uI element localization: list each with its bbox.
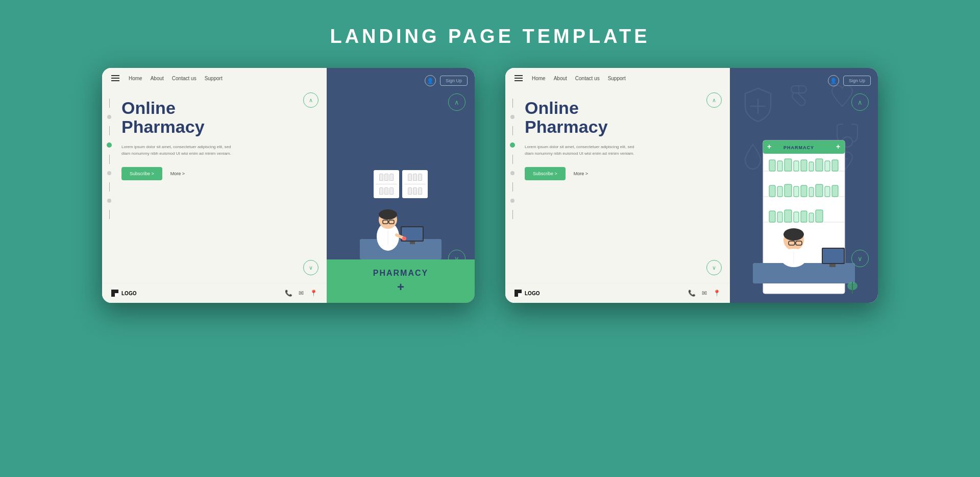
page-title: LANDING PAGE TEMPLATE: [330, 26, 650, 47]
dot-active: [510, 142, 515, 148]
svg-rect-33: [809, 162, 814, 171]
card2-hero-title: Online Pharmacy: [525, 99, 720, 137]
user-icon[interactable]: 👤: [425, 75, 436, 86]
svg-rect-32: [801, 160, 807, 171]
svg-rect-34: [816, 159, 823, 171]
card1-more-button[interactable]: More >: [170, 171, 185, 176]
email-icon-2: ✉: [702, 290, 707, 297]
svg-point-60: [783, 228, 804, 241]
card1-scroll-up-left[interactable]: ∧: [303, 92, 318, 108]
card1-hero-description: Lorem ipsum dolor sit amet, consectetuer…: [121, 144, 234, 157]
dot-1: [510, 115, 514, 119]
svg-rect-45: [825, 186, 830, 197]
svg-text:+: +: [767, 142, 771, 151]
svg-point-13: [402, 236, 406, 241]
svg-rect-53: [809, 213, 814, 222]
nav-home-1[interactable]: Home: [129, 76, 142, 81]
dot-line: [109, 126, 110, 135]
svg-rect-0: [360, 239, 442, 259]
phone-icon: 📞: [285, 290, 292, 297]
dot-line: [512, 126, 513, 135]
dot-2: [107, 171, 111, 175]
card1-nav-links: Home About Contact us Support: [129, 76, 223, 81]
nav-support-2[interactable]: Support: [608, 76, 626, 81]
svg-rect-35: [825, 161, 830, 171]
svg-rect-39: [777, 186, 782, 197]
card1-content-area: Online Pharmacy Lorem ipsum dolor sit am…: [102, 88, 327, 283]
svg-rect-42: [801, 185, 807, 197]
card2-right-panel: 👤 Sign Up ∧ ∨ PHARMACY + +: [730, 68, 878, 303]
card2-scroll-up-btn[interactable]: ∧: [851, 93, 869, 111]
card1-subscribe-button[interactable]: Subscribe >: [121, 167, 162, 180]
dot-line: [109, 155, 110, 164]
card2-footer: LOGO 📞 ✉ 📍: [505, 283, 730, 303]
card1-navbar: Home About Contact us Support: [102, 68, 327, 88]
card2-illustration: PHARMACY + +: [730, 93, 878, 303]
nav-support-1[interactable]: Support: [205, 76, 223, 81]
card1-footer: LOGO 📞 ✉ 📍: [102, 283, 327, 303]
card1-logo: LOGO: [111, 290, 136, 297]
card1-scroll-down-left[interactable]: ∨: [303, 260, 318, 275]
nav-about-1[interactable]: About: [151, 76, 164, 81]
card2-scroll-down-btn[interactable]: ∨: [851, 250, 869, 267]
card2-left-panel: Home About Contact us Support: [505, 68, 730, 303]
card1-left-panel: Home About Contact us Support: [102, 68, 327, 303]
card2-scroll-up-left[interactable]: ∧: [706, 92, 722, 108]
nav-about-2[interactable]: About: [554, 76, 567, 81]
card2-main-content: Online Pharmacy Lorem ipsum dolor sit am…: [520, 88, 730, 283]
card2-nav-links: Home About Contact us Support: [532, 76, 626, 81]
svg-rect-46: [832, 185, 838, 197]
svg-point-6: [379, 209, 397, 220]
svg-rect-30: [785, 159, 792, 171]
card1-right-nav: 👤 Sign Up: [327, 68, 475, 93]
svg-rect-57: [823, 249, 844, 263]
dot-line: [512, 182, 513, 192]
dot-line: [512, 99, 513, 108]
card1-pharmacy-text: PHARMACY: [373, 269, 428, 278]
svg-rect-29: [777, 161, 782, 171]
svg-rect-49: [777, 212, 782, 222]
logo-square-icon-2: [514, 290, 522, 297]
hamburger-icon[interactable]: [111, 75, 119, 81]
card1-dots-sidebar: [102, 88, 116, 283]
shelf-left: [374, 170, 399, 198]
card1-main-content: Online Pharmacy Lorem ipsum dolor sit am…: [116, 88, 327, 283]
svg-rect-54: [816, 210, 823, 222]
svg-rect-40: [785, 184, 792, 197]
dot-line: [512, 210, 513, 219]
card2-more-button[interactable]: More >: [574, 171, 588, 176]
svg-rect-55: [753, 263, 855, 283]
nav-contact-2[interactable]: Contact us: [575, 76, 600, 81]
templates-container: Home About Contact us Support: [102, 68, 878, 303]
card1-signup-button[interactable]: Sign Up: [440, 76, 468, 86]
card1-btn-row: Subscribe > More >: [121, 167, 316, 180]
svg-rect-51: [794, 212, 799, 222]
card1-scroll-down-btn[interactable]: ∨: [448, 250, 465, 267]
card2-scroll-down-left[interactable]: ∨: [706, 260, 722, 275]
shelf-right: [402, 170, 428, 198]
svg-rect-31: [794, 161, 799, 171]
nav-contact-1[interactable]: Contact us: [172, 76, 197, 81]
svg-rect-58: [829, 264, 836, 267]
card1-pharmacy-cross: +: [397, 280, 404, 294]
hamburger-icon-2[interactable]: [514, 75, 523, 81]
svg-rect-38: [769, 185, 775, 197]
template-card-1: Home About Contact us Support: [102, 68, 475, 303]
dot-active: [107, 142, 112, 148]
card2-subscribe-button[interactable]: Subscribe >: [525, 167, 566, 180]
card2-navbar: Home About Contact us Support: [505, 68, 730, 88]
template-card-2: Home About Contact us Support: [505, 68, 878, 303]
dot-2: [510, 171, 514, 175]
card2-dots-sidebar: [505, 88, 520, 283]
dot-1: [107, 115, 111, 119]
svg-rect-50: [785, 210, 792, 222]
svg-rect-48: [769, 211, 775, 222]
svg-rect-44: [816, 184, 823, 197]
nav-home-2[interactable]: Home: [532, 76, 546, 81]
card2-content-area: Online Pharmacy Lorem ipsum dolor sit am…: [505, 88, 730, 283]
phone-icon-2: 📞: [688, 290, 696, 297]
dot-line: [109, 210, 110, 219]
location-icon: 📍: [310, 290, 317, 297]
card1-scroll-up-btn[interactable]: ∧: [448, 93, 465, 111]
card1-right-panel: 👤 Sign Up ∧ ∨: [327, 68, 475, 303]
